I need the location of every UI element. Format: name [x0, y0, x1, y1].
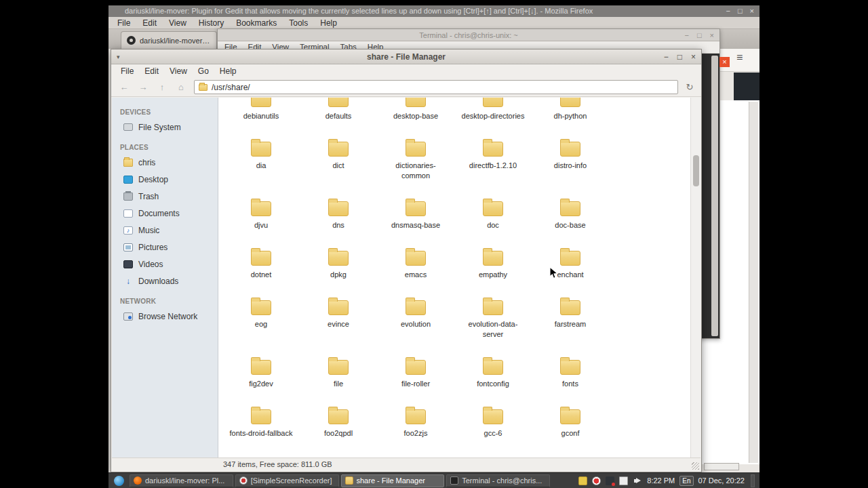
file-item[interactable]: emacs: [377, 241, 454, 291]
file-item[interactable]: dns: [300, 192, 377, 241]
file-item[interactable]: defaults: [300, 98, 377, 132]
menu-item[interactable]: File: [111, 17, 136, 29]
folder-icon: [199, 84, 208, 91]
file-item[interactable]: evince: [300, 291, 377, 350]
file-item[interactable]: dia: [222, 132, 300, 192]
file-item[interactable]: desktop-directories: [454, 98, 532, 132]
file-item[interactable]: doc: [454, 192, 532, 241]
menu-item[interactable]: Help: [214, 64, 242, 78]
file-item[interactable]: dh-python: [532, 98, 609, 132]
firefox-vertical-scrollbar[interactable]: [749, 102, 758, 463]
menu-item[interactable]: View: [163, 17, 193, 29]
browser-tab[interactable]: dariuskl/line-mover: P...: [121, 31, 217, 49]
close-icon[interactable]: ×: [710, 29, 714, 41]
file-item[interactable]: empathy: [454, 241, 532, 291]
sidebar-item-file-system[interactable]: File System: [112, 119, 218, 136]
taskbar-button-firefox[interactable]: dariuskl/line-mover: Pl...: [130, 474, 233, 487]
file-item[interactable]: djvu: [222, 192, 300, 241]
file-item[interactable]: dictionaries-common: [377, 132, 454, 192]
file-item[interactable]: fig2dev: [222, 350, 300, 400]
sidebar-item-pictures[interactable]: Pictures: [112, 239, 218, 256]
clipboard-icon[interactable]: [619, 476, 628, 485]
file-manager-titlebar[interactable]: ▾ share - File Manager − □ ×: [111, 49, 701, 64]
volume-icon[interactable]: [633, 476, 642, 485]
maximize-icon[interactable]: □: [697, 29, 702, 41]
screen-recorder-icon[interactable]: [592, 476, 601, 485]
forward-button[interactable]: →: [134, 80, 152, 95]
close-icon[interactable]: ×: [691, 52, 696, 62]
file-item[interactable]: gcc-6: [454, 400, 532, 449]
minimize-icon[interactable]: −: [664, 52, 669, 62]
sidebar-item-music[interactable]: ♪ Music: [112, 222, 218, 239]
up-button[interactable]: ↑: [153, 80, 171, 95]
applications-menu-button[interactable]: [111, 474, 127, 487]
keyboard-indicator-icon[interactable]: [578, 476, 587, 485]
menu-item[interactable]: Bookmarks: [230, 17, 283, 29]
minimize-icon[interactable]: −: [684, 29, 688, 41]
file-item[interactable]: debianutils: [222, 98, 300, 132]
close-icon[interactable]: ×: [750, 5, 754, 17]
file-item[interactable]: evolution: [377, 291, 454, 350]
home-button[interactable]: ⌂: [172, 80, 190, 95]
red-close-icon[interactable]: ×: [719, 57, 730, 67]
refresh-button[interactable]: ↻: [682, 80, 697, 95]
network-icon[interactable]: [606, 476, 614, 485]
file-item[interactable]: dpkg: [300, 241, 377, 291]
file-item[interactable]: enchant: [532, 241, 609, 291]
terminal-scrollbar[interactable]: [711, 56, 718, 336]
hamburger-menu-icon[interactable]: ≡: [736, 52, 743, 63]
date-display[interactable]: 07 Dec, 20:22: [698, 476, 745, 485]
file-item[interactable]: evolution-data-server: [454, 291, 532, 350]
firefox-horizontal-scrollbar[interactable]: [704, 463, 739, 470]
taskbar-button-recorder[interactable]: [SimpleScreenRecorder]: [235, 474, 339, 487]
file-item[interactable]: distro-info: [532, 132, 609, 192]
file-item[interactable]: farstream: [532, 291, 609, 350]
file-item[interactable]: foo2qpdl: [300, 400, 377, 449]
file-item[interactable]: gconf: [532, 400, 609, 449]
menu-item[interactable]: Tools: [283, 17, 314, 29]
menu-item[interactable]: View: [164, 64, 193, 78]
menu-item[interactable]: File: [115, 64, 139, 78]
keyboard-layout-badge[interactable]: En: [679, 476, 693, 486]
file-item[interactable]: doc-base: [532, 192, 609, 241]
sidebar-item-desktop[interactable]: Desktop: [112, 171, 218, 188]
menu-item[interactable]: Go: [193, 64, 214, 78]
file-item[interactable]: foo2zjs: [377, 400, 454, 449]
file-item[interactable]: dnsmasq-base: [377, 192, 454, 241]
sidebar-item-videos[interactable]: Videos: [112, 256, 218, 272]
file-item[interactable]: fonts: [532, 350, 609, 400]
sidebar-item-home[interactable]: chris: [112, 154, 218, 171]
taskbar-button-terminal[interactable]: Terminal - chris@chris...: [446, 474, 550, 487]
file-item[interactable]: eog: [222, 291, 300, 350]
file-item[interactable]: directfb-1.2.10: [454, 132, 532, 192]
file-item[interactable]: file-roller: [377, 350, 454, 400]
terminal-titlebar[interactable]: Terminal - chris@chris-unix: ~ − □ ×: [218, 29, 719, 41]
menu-item[interactable]: Edit: [136, 17, 163, 29]
resize-grip[interactable]: [692, 462, 699, 470]
file-item[interactable]: file: [300, 350, 377, 400]
sidebar-item-browse-network[interactable]: Browse Network: [112, 308, 218, 325]
menu-item[interactable]: Help: [314, 17, 343, 29]
file-item[interactable]: dict: [300, 132, 377, 192]
maximize-icon[interactable]: □: [738, 5, 743, 17]
file-item[interactable]: dotnet: [222, 241, 300, 291]
firefox-titlebar[interactable]: dariuskl/line-mover: Plugin for Gedit th…: [108, 5, 760, 17]
sidebar-item-downloads[interactable]: ↓ Downloads: [112, 272, 218, 289]
file-item[interactable]: fonts-droid-fallback: [222, 400, 300, 449]
file-item[interactable]: desktop-base: [377, 98, 454, 132]
menu-item[interactable]: History: [193, 17, 230, 29]
sidebar-item-documents[interactable]: Documents: [112, 205, 218, 222]
file-item[interactable]: fontconfig: [454, 350, 532, 400]
back-button[interactable]: ←: [115, 80, 133, 95]
clock[interactable]: 8:22 PM: [647, 476, 675, 485]
taskbar-button-file-manager[interactable]: share - File Manager: [341, 474, 445, 487]
sidebar-item-trash[interactable]: Trash: [112, 188, 218, 205]
maximize-icon[interactable]: □: [677, 52, 682, 62]
show-desktop-button[interactable]: [751, 474, 755, 487]
scrollbar-thumb[interactable]: [693, 155, 699, 186]
file-manager-scrollbar[interactable]: [690, 98, 701, 458]
window-menu-icon[interactable]: ▾: [117, 54, 120, 60]
path-bar[interactable]: /usr/share/: [194, 80, 678, 94]
minimize-icon[interactable]: −: [726, 5, 730, 17]
menu-item[interactable]: Edit: [139, 64, 164, 78]
